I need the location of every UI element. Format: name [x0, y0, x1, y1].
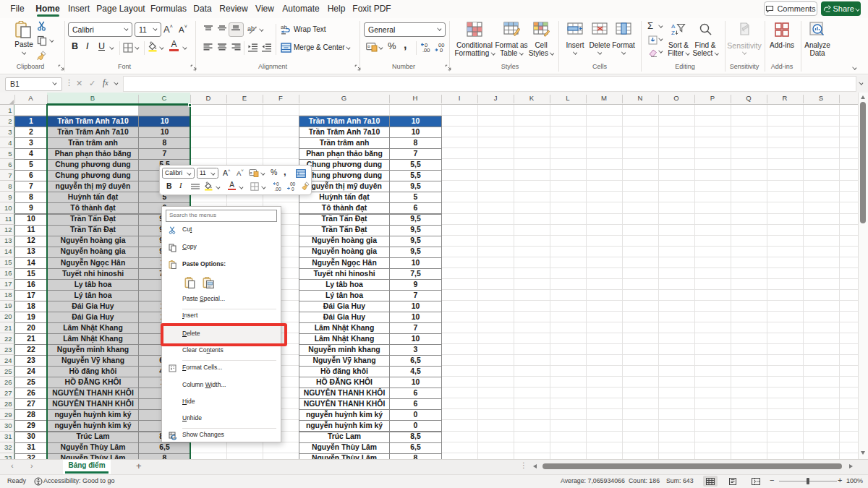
- svg-text:¤: ¤: [250, 170, 252, 174]
- svg-text:Z: Z: [671, 30, 675, 36]
- svg-text:0: 0: [440, 47, 443, 53]
- svg-text:.00: .00: [275, 187, 281, 192]
- svg-text:0: 0: [292, 187, 294, 192]
- svg-text:¤: ¤: [367, 44, 370, 49]
- svg-text:A: A: [671, 23, 676, 30]
- svg-text:ab: ab: [281, 24, 287, 30]
- svg-text:.00: .00: [422, 47, 430, 53]
